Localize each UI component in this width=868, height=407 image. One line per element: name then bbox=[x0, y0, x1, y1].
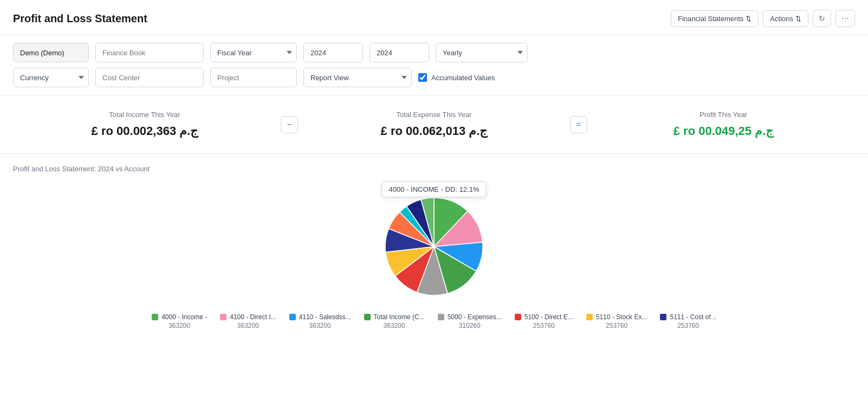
equals-operator: = bbox=[566, 111, 592, 138]
legend-item: Total Income (C... 363200 bbox=[364, 313, 425, 330]
profit-label: Profit This Year bbox=[600, 111, 846, 119]
accumulated-values-label[interactable]: Accumulated Values bbox=[418, 73, 495, 82]
refresh-icon: ↻ bbox=[819, 14, 825, 23]
minus-op-box: − bbox=[281, 116, 298, 133]
legend-color-dot bbox=[515, 314, 521, 320]
financial-statements-button[interactable]: Financial Statements ⇅ bbox=[671, 10, 759, 27]
refresh-button[interactable]: ↻ bbox=[813, 10, 831, 27]
more-button[interactable]: ⋯ bbox=[835, 10, 855, 27]
legend-value: 253760 bbox=[606, 322, 627, 330]
accumulated-values-text: Accumulated Values bbox=[431, 74, 495, 82]
actions-button[interactable]: Actions ⇅ bbox=[763, 10, 808, 27]
finance-book-input[interactable] bbox=[95, 43, 204, 62]
legend-color-dot bbox=[438, 314, 444, 320]
legend-item: 5111 - Cost of .. 253760 bbox=[660, 313, 716, 330]
legend-label: 5111 - Cost of .. bbox=[670, 313, 716, 321]
year-end-input[interactable] bbox=[370, 43, 429, 62]
legend-item: 5100 - Direct E... 253760 bbox=[515, 313, 573, 330]
periodicity-select[interactable]: Yearly bbox=[436, 43, 528, 62]
legend-item: 4000 - Income - 363200 bbox=[152, 313, 207, 330]
chart-section: Profit and Loss Statement: 2024 vs Accou… bbox=[0, 154, 868, 340]
legend-label: 5100 - Direct E... bbox=[524, 313, 573, 321]
legend-label: Total Income (C... bbox=[374, 313, 425, 321]
legend-item: 4110 - Salesdss... 363200 bbox=[289, 313, 351, 330]
minus-operator: − bbox=[276, 111, 302, 138]
page-header: Profit and Loss Statement Financial Stat… bbox=[0, 0, 868, 35]
legend-label: 5110 - Stock Ex... bbox=[596, 313, 647, 321]
pie-chart-wrap bbox=[380, 192, 488, 302]
income-card: Total Income This Year ج.م 363,200.00 or… bbox=[13, 111, 276, 138]
header-actions: Financial Statements ⇅ Actions ⇅ ↻ ⋯ bbox=[671, 10, 855, 27]
legend-label: 5000 - Expenses... bbox=[448, 313, 502, 321]
expense-value: ج.م 310,260.00 or £ bbox=[311, 124, 557, 138]
filter-row-1: Fiscal Year Yearly bbox=[13, 43, 855, 62]
expense-card: Total Expense This Year ج.م 310,260.00 o… bbox=[302, 111, 566, 138]
financial-statements-chevron-icon: ⇅ bbox=[746, 15, 752, 23]
legend-label: 4000 - Income - bbox=[161, 313, 207, 321]
legend-color-dot bbox=[289, 314, 296, 320]
summary-section: Total Income This Year ج.م 363,200.00 or… bbox=[0, 95, 868, 154]
report-view-select[interactable]: Report View bbox=[303, 68, 412, 87]
legend-value: 363200 bbox=[309, 322, 331, 330]
profit-value: ج.م 52,940.00 or £ bbox=[600, 124, 846, 138]
expense-label: Total Expense This Year bbox=[311, 111, 557, 119]
pie-tooltip: 4000 - INCOME - DD: 12.1% bbox=[382, 182, 487, 197]
cost-center-input[interactable] bbox=[95, 68, 204, 87]
filter-row-2: Currency Report View Accumulated Values bbox=[13, 68, 855, 87]
chart-title: Profit and Loss Statement: 2024 vs Accou… bbox=[13, 165, 855, 173]
financial-statements-label: Financial Statements bbox=[678, 15, 743, 23]
actions-chevron-icon: ⇅ bbox=[795, 15, 801, 23]
legend-color-dot bbox=[586, 314, 593, 320]
legend-item: 5000 - Expenses... 310260 bbox=[438, 313, 502, 330]
legend-value: 253760 bbox=[677, 322, 699, 330]
page-title: Profit and Loss Statement bbox=[13, 12, 147, 25]
year-start-input[interactable] bbox=[303, 43, 363, 62]
currency-select[interactable]: Currency bbox=[13, 68, 89, 87]
legend-value: 363200 bbox=[384, 322, 405, 330]
company-input[interactable] bbox=[13, 43, 89, 62]
income-value: ج.م 363,200.00 or £ bbox=[22, 124, 268, 138]
income-label: Total Income This Year bbox=[22, 111, 268, 119]
legend-value: 363200 bbox=[169, 322, 190, 330]
profit-card: Profit This Year ج.م 52,940.00 or £ bbox=[592, 111, 855, 138]
equals-op-box: = bbox=[570, 116, 587, 133]
project-input[interactable] bbox=[210, 68, 297, 87]
more-icon: ⋯ bbox=[841, 14, 849, 23]
chart-container: 4000 - INCOME - DD: 12.1% bbox=[13, 182, 855, 302]
legend: 4000 - Income - 363200 4100 - Direct I..… bbox=[13, 313, 855, 330]
legend-value: 253760 bbox=[533, 322, 555, 330]
legend-label: 4100 - Direct I... bbox=[230, 313, 276, 321]
pie-chart bbox=[380, 192, 488, 301]
legend-item: 4100 - Direct I... 363200 bbox=[220, 313, 276, 330]
legend-color-dot bbox=[364, 314, 371, 320]
accumulated-values-checkbox[interactable] bbox=[418, 73, 427, 82]
legend-color-dot bbox=[220, 314, 226, 320]
legend-label: 4110 - Salesdss... bbox=[299, 313, 351, 321]
legend-color-dot bbox=[152, 314, 158, 320]
filters-section: Fiscal Year Yearly Currency Report View … bbox=[0, 35, 868, 95]
legend-color-dot bbox=[660, 314, 666, 320]
legend-item: 5110 - Stock Ex... 253760 bbox=[586, 313, 647, 330]
legend-value: 363200 bbox=[237, 322, 259, 330]
legend-value: 310260 bbox=[459, 322, 481, 330]
fiscal-year-select[interactable]: Fiscal Year bbox=[210, 43, 297, 62]
actions-label: Actions bbox=[770, 15, 793, 23]
